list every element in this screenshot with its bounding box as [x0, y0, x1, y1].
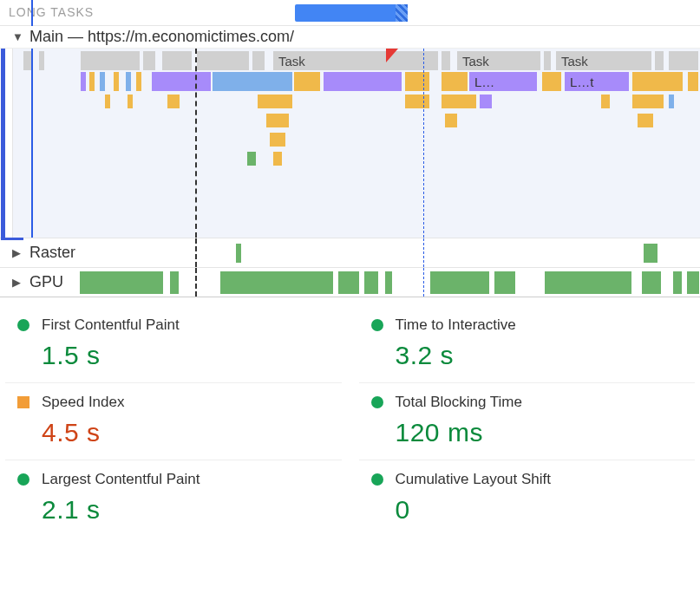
- task-bar[interactable]: [669, 51, 698, 70]
- task-bar[interactable]: [197, 51, 249, 70]
- task-bar[interactable]: [252, 51, 265, 70]
- frame-marker: [423, 238, 424, 267]
- metric-cls[interactable]: Cumulative Layout Shift 0: [359, 460, 696, 537]
- flame-bar[interactable]: [669, 95, 674, 108]
- status-dot-icon: [371, 396, 383, 408]
- flame-bar[interactable]: [167, 95, 180, 108]
- script-bar[interactable]: L…t: [565, 72, 629, 91]
- frame-marker: [195, 268, 197, 297]
- chevron-down-icon[interactable]: ▼: [12, 30, 24, 43]
- raster-bar[interactable]: [644, 244, 657, 263]
- script-bar[interactable]: [324, 72, 402, 91]
- raster-bar[interactable]: [236, 244, 241, 263]
- raster-track[interactable]: ▶ Raster: [0, 238, 700, 268]
- flame-bar[interactable]: [105, 95, 110, 108]
- metric-tbt[interactable]: Total Blocking Time 120 ms: [359, 383, 696, 460]
- long-task-bar[interactable]: [295, 4, 408, 22]
- script-bar[interactable]: [213, 72, 292, 91]
- task-label: Task: [462, 54, 489, 68]
- metric-si[interactable]: Speed Index 4.5 s: [5, 383, 342, 460]
- script-bar[interactable]: [405, 72, 429, 91]
- gpu-track[interactable]: ▶ GPU: [0, 268, 700, 297]
- task-bar[interactable]: [442, 51, 450, 70]
- long-tasks-label: LONG TASKS: [9, 5, 94, 19]
- frame-marker: [195, 49, 197, 238]
- gpu-bar[interactable]: [338, 271, 359, 294]
- script-row-2: [13, 93, 700, 110]
- flame-bar[interactable]: [442, 95, 476, 108]
- main-track-header[interactable]: ▼ Main — https://m.economictimes.com/: [0, 26, 700, 49]
- gpu-bar[interactable]: [385, 271, 392, 294]
- metric-tti[interactable]: Time to Interactive 3.2 s: [359, 306, 696, 383]
- script-bar[interactable]: [632, 72, 683, 91]
- flame-bar[interactable]: [601, 95, 610, 108]
- script-bar[interactable]: [152, 72, 211, 91]
- gpu-bar[interactable]: [673, 271, 682, 294]
- task-bar[interactable]: [143, 51, 155, 70]
- gpu-bar[interactable]: [687, 271, 699, 294]
- main-thread-track[interactable]: ▼ Main — https://m.economictimes.com/ Ta…: [0, 26, 700, 238]
- time-marker: [31, 26, 33, 238]
- task-bar[interactable]: Task: [273, 51, 438, 70]
- metrics-grid: First Contentful Paint 1.5 s Time to Int…: [0, 297, 700, 554]
- task-bar[interactable]: [81, 51, 140, 70]
- flame-bar[interactable]: [270, 133, 285, 147]
- frame-marker: [423, 49, 424, 238]
- frame-marker: [195, 238, 197, 267]
- metric-value: 4.5 s: [42, 418, 333, 447]
- flame-bar[interactable]: [638, 114, 653, 127]
- task-bar[interactable]: Task: [457, 51, 540, 70]
- metric-lcp[interactable]: Largest Contentful Paint 2.1 s: [5, 460, 342, 537]
- metric-label: Speed Index: [42, 394, 124, 411]
- script-bar[interactable]: [294, 72, 320, 91]
- gpu-bar[interactable]: [220, 271, 333, 294]
- task-row: Task Task Task: [13, 51, 700, 70]
- gpu-bar[interactable]: [545, 271, 631, 294]
- flame-bar[interactable]: [405, 95, 429, 108]
- status-dot-icon: [17, 473, 29, 486]
- script-bar[interactable]: [136, 72, 141, 91]
- script-row-4: [13, 131, 700, 148]
- main-flame-chart[interactable]: Task Task Task L… L…t: [13, 49, 700, 238]
- raster-track-title: Raster: [29, 244, 75, 262]
- flame-bar[interactable]: [128, 95, 133, 108]
- metric-value: 0: [396, 495, 687, 525]
- script-bar[interactable]: [688, 72, 698, 91]
- task-bar[interactable]: Task: [556, 51, 651, 70]
- task-bar[interactable]: [655, 51, 664, 70]
- script-bar[interactable]: [442, 72, 468, 91]
- flame-bar[interactable]: [266, 114, 289, 127]
- metric-label: Largest Contentful Paint: [42, 471, 200, 488]
- task-bar[interactable]: [162, 51, 192, 70]
- long-task-stripes-icon: [396, 4, 408, 22]
- gpu-bar[interactable]: [494, 271, 515, 294]
- chevron-right-icon[interactable]: ▶: [12, 276, 24, 289]
- flame-bar[interactable]: [480, 95, 492, 108]
- flame-bar[interactable]: [632, 95, 664, 108]
- script-bar[interactable]: [81, 72, 86, 91]
- chevron-right-icon[interactable]: ▶: [12, 246, 24, 259]
- script-bar[interactable]: [126, 72, 131, 91]
- script-bar[interactable]: [542, 72, 561, 91]
- gpu-bar[interactable]: [170, 271, 179, 294]
- gpu-bar[interactable]: [364, 271, 378, 294]
- script-bar[interactable]: [114, 72, 119, 91]
- gpu-track-title: GPU: [29, 273, 63, 291]
- metric-value: 1.5 s: [42, 341, 333, 370]
- metric-label: Total Blocking Time: [396, 394, 522, 411]
- gpu-bar[interactable]: [430, 271, 489, 294]
- flame-bar[interactable]: [247, 152, 256, 166]
- script-bar[interactable]: [100, 72, 105, 91]
- task-bar[interactable]: [544, 51, 551, 70]
- script-bar[interactable]: L…: [469, 72, 537, 91]
- task-bar[interactable]: [39, 51, 44, 70]
- metric-value: 2.1 s: [42, 495, 333, 525]
- flame-bar[interactable]: [258, 95, 292, 108]
- script-bar[interactable]: [89, 72, 95, 91]
- gpu-bar[interactable]: [80, 271, 163, 294]
- long-tasks-track[interactable]: LONG TASKS: [0, 0, 700, 26]
- metric-fcp[interactable]: First Contentful Paint 1.5 s: [5, 306, 342, 383]
- flame-bar[interactable]: [445, 114, 457, 127]
- flame-bar[interactable]: [273, 152, 282, 166]
- gpu-bar[interactable]: [642, 271, 661, 294]
